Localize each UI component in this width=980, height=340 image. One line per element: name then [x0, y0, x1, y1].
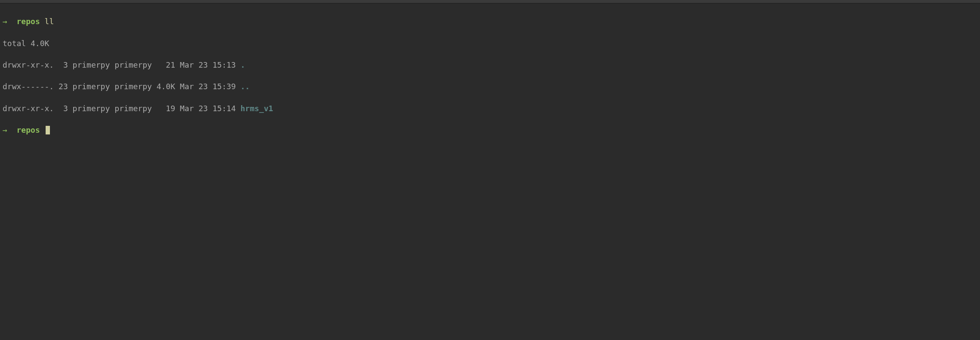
total-line: total 4.0K [3, 38, 977, 49]
prompt-cwd: repos [17, 125, 40, 135]
listing-row: drwx------. 23 primerpy primerpy 4.0K Ma… [3, 81, 977, 92]
listing-row: drwxr-xr-x. 3 primerpy primerpy 21 Mar 2… [3, 59, 977, 70]
owner: primerpy [73, 104, 110, 113]
group: primerpy [114, 82, 152, 91]
owner: primerpy [73, 82, 110, 91]
window-titlebar [0, 0, 980, 3]
prompt-line: → repos ll [3, 16, 977, 27]
owner: primerpy [73, 60, 110, 69]
size: 21 [157, 60, 175, 69]
date: Mar 23 15:14 [180, 104, 236, 113]
perms: drwxr-xr-x. [3, 104, 54, 113]
links: 23 [59, 82, 68, 91]
perms: drwx------. [3, 82, 54, 91]
cursor-icon [46, 126, 50, 134]
date: Mar 23 15:13 [180, 60, 236, 69]
entry-name: .. [241, 82, 250, 91]
group: primerpy [114, 60, 152, 69]
prompt-cwd: repos [17, 16, 40, 27]
prompt-arrow-icon: → [3, 16, 7, 27]
terminal-output[interactable]: → repos ll total 4.0K drwxr-xr-x. 3 prim… [0, 3, 980, 148]
entry-name: . [241, 60, 245, 69]
prompt-line-active[interactable]: → repos [3, 125, 977, 135]
perms: drwxr-xr-x. [3, 60, 54, 69]
group: primerpy [114, 104, 152, 113]
size: 4.0K [157, 82, 175, 91]
command-text: ll [45, 16, 54, 27]
date: Mar 23 15:39 [180, 82, 236, 91]
size: 19 [157, 104, 175, 113]
prompt-arrow-icon: → [3, 125, 7, 135]
links: 3 [59, 104, 68, 113]
links: 3 [59, 60, 68, 69]
listing-row: drwxr-xr-x. 3 primerpy primerpy 19 Mar 2… [3, 103, 977, 114]
entry-name: hrms_v1 [241, 104, 273, 113]
